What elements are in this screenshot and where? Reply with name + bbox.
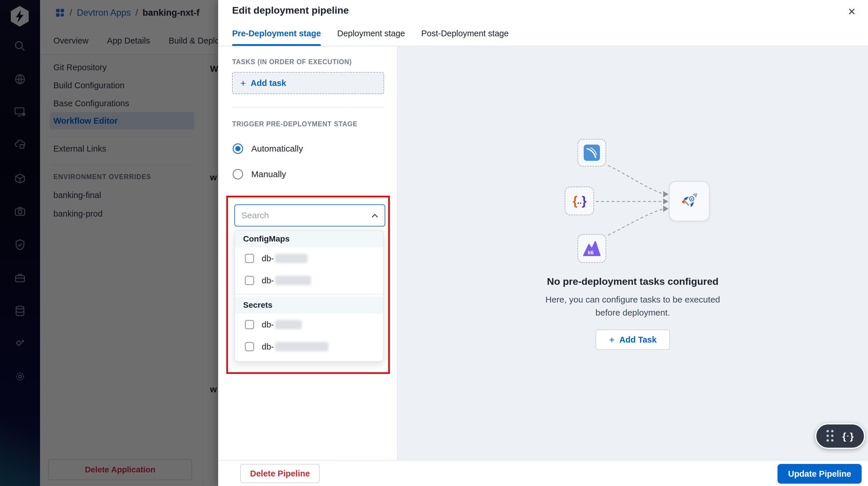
option-prefix: db- [262, 276, 274, 285]
plus-icon: + [609, 334, 615, 345]
divider [232, 107, 384, 108]
screen: / Devtron Apps / banking-nxt-f Overview … [0, 0, 868, 486]
pre-deployment-form-panel: TASKS (IN ORDER OF EXECUTION) + Add task… [218, 47, 398, 460]
swoosh-icon [583, 144, 600, 162]
rocket-icon [676, 188, 703, 215]
tab-pre-deployment-stage[interactable]: Pre-Deployment stage [232, 29, 321, 46]
redacted-text [275, 276, 311, 285]
swoosh-task-card [577, 139, 606, 167]
option-prefix: db- [262, 342, 274, 351]
redacted-text [275, 254, 308, 263]
update-pipeline-button[interactable]: Update Pipeline [777, 464, 862, 484]
view-toggle-pill[interactable]: {·} [815, 423, 865, 449]
list-item[interactable]: db- [235, 247, 383, 269]
empty-state: No pre-deployment tasks configured Here,… [398, 276, 868, 350]
k6-task-card: k6 [577, 234, 606, 263]
modal-dim-overlay [0, 0, 218, 486]
list-item[interactable]: db- [235, 314, 383, 336]
option-prefix: db- [262, 320, 274, 330]
pipeline-illustration: {..} k6 [557, 137, 719, 273]
modal-footer: Delete Pipeline Update Pipeline [218, 460, 868, 486]
plus-icon: + [240, 78, 246, 89]
empty-state-description: Here, you can configure tasks to be exec… [534, 293, 731, 319]
delete-pipeline-button[interactable]: Delete Pipeline [240, 464, 320, 483]
config-search-box [235, 204, 385, 226]
checkbox-icon[interactable] [245, 342, 254, 351]
chevron-up-icon[interactable] [370, 211, 379, 221]
redacted-text [275, 320, 302, 329]
tasks-section-label: TASKS (IN ORDER OF EXECUTION) [232, 58, 352, 66]
add-task-label: Add Task [619, 335, 656, 345]
code-braces-icon: {..} [573, 194, 586, 208]
list-item[interactable]: db- [235, 269, 383, 291]
checkbox-icon[interactable] [245, 276, 254, 285]
empty-state-title: No pre-deployment tasks configured [398, 276, 868, 287]
code-view-icon[interactable]: {·} [842, 431, 854, 442]
radio-selected-icon[interactable] [232, 143, 243, 154]
edit-pipeline-modal: Edit deployment pipeline Pre-Deployment … [218, 0, 868, 486]
radio-manually-label: Manually [251, 169, 286, 179]
modal-body: TASKS (IN ORDER OF EXECUTION) + Add task… [218, 47, 868, 460]
radio-automatically[interactable]: Automatically [232, 143, 303, 154]
divider [235, 294, 383, 294]
tab-deployment-stage[interactable]: Deployment stage [337, 29, 405, 46]
search-input[interactable] [235, 205, 385, 226]
k6-icon: k6 [583, 240, 601, 257]
redacted-text [275, 342, 329, 351]
modal-title: Edit deployment pipeline [232, 5, 349, 16]
radio-manually[interactable]: Manually [232, 169, 286, 179]
svg-text:k6: k6 [588, 250, 594, 256]
stage-tabs: Pre-Deployment stage Deployment stage Po… [232, 29, 508, 46]
preview-panel: {..} k6 [398, 47, 868, 460]
radio-unselected-icon[interactable] [232, 169, 243, 179]
modal-header: Edit deployment pipeline Pre-Deployment … [218, 0, 868, 47]
option-prefix: db- [262, 254, 274, 263]
list-item[interactable]: db- [235, 336, 383, 358]
group-header-secrets: Secrets [235, 297, 383, 314]
trigger-section-label: TRIGGER PRE-DEPLOYMENT STAGE [232, 120, 358, 128]
group-header-configmaps: ConfigMaps [235, 230, 383, 247]
checkbox-icon[interactable] [245, 320, 254, 329]
deploy-target-card [669, 181, 710, 221]
config-dropdown-list: ConfigMaps db- db- Secrets db- [235, 230, 383, 362]
radio-automatically-label: Automatically [251, 144, 303, 153]
grid-handle-icon[interactable] [827, 430, 834, 442]
close-icon[interactable]: ✕ [845, 5, 858, 18]
add-task-button[interactable]: + Add task [232, 72, 384, 94]
add-task-button-secondary[interactable]: + Add Task [596, 330, 670, 350]
add-task-label: Add task [251, 78, 286, 88]
tab-post-deployment-stage[interactable]: Post-Deployment stage [421, 29, 508, 46]
code-task-card: {..} [564, 187, 594, 216]
checkbox-icon[interactable] [245, 254, 254, 263]
